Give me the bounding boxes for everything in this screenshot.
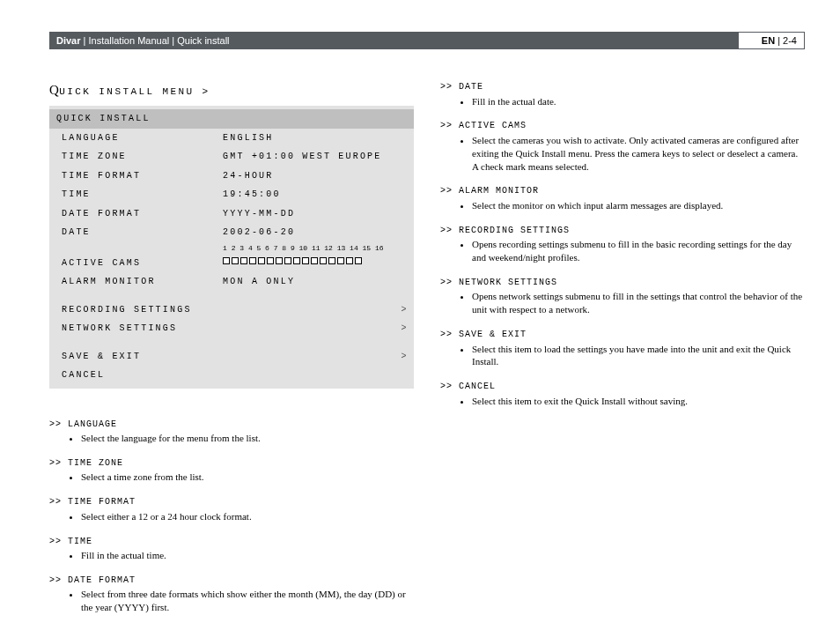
qi-row-active-cams: ACTIVE CAMS (49, 254, 414, 273)
left-column: QUICK INSTALL MENU > QUICK INSTALL LANGU… (49, 81, 414, 614)
qi-row-alarm-monitor: ALARM MONITOR MON A ONLY (49, 272, 414, 292)
qi-row-recording: RECORDING SETTINGS > (49, 300, 414, 320)
doc-item: >> DATE Fill in the actual date. (440, 81, 805, 107)
product-name: Divar (56, 35, 81, 46)
doc-item: >> NETWORK SETTINGS Opens network settin… (440, 277, 805, 316)
doc-item: >> RECORDING SETTINGS Opens recording se… (440, 225, 805, 264)
cam-box (355, 257, 362, 264)
qi-title: QUICK INSTALL (49, 109, 414, 129)
cam-box (337, 257, 344, 264)
section-title: QUICK INSTALL MENU > (49, 81, 414, 99)
quick-install-panel: QUICK INSTALL LANGUAGE ENGLISH TIME ZONE… (49, 106, 414, 388)
cam-box (232, 257, 239, 264)
cam-box (328, 257, 335, 264)
cam-box (293, 257, 300, 264)
qi-row-timeformat: TIME FORMAT 24-HOUR (49, 167, 414, 186)
cam-box (311, 257, 318, 264)
cam-box (346, 257, 353, 264)
qi-row-language: LANGUAGE ENGLISH (49, 129, 414, 148)
cam-box (276, 257, 283, 264)
cam-box (249, 257, 256, 264)
qi-row-dateformat: DATE FORMAT YYYY-MM-DD (49, 204, 414, 224)
cam-box (223, 257, 230, 264)
doc-item: >> SAVE & EXIT Select this item to load … (440, 329, 805, 368)
doc-item: >> CANCEL Select this item to exit the Q… (440, 381, 805, 407)
doc-item: >> TIME Fill in the actual time. (49, 536, 414, 562)
cam-box (284, 257, 291, 264)
cam-box (240, 257, 247, 264)
qi-row-network: NETWORK SETTINGS > (49, 319, 414, 338)
right-column: >> DATE Fill in the actual date. >> ACTI… (440, 81, 805, 614)
cam-box (258, 257, 265, 264)
qi-cam-numbers: 1 2 3 4 5 6 7 8 9 10 11 12 13 14 15 16 (49, 242, 414, 254)
doc-item: >> LANGUAGE Select the language for the … (49, 419, 414, 445)
doc-item: >> ACTIVE CAMS Select the cameras you wi… (440, 120, 805, 173)
qi-row-date: DATE 2002-06-20 (49, 223, 414, 242)
doc-item: >> DATE FORMAT Select from three date fo… (49, 574, 414, 614)
qi-row-save: SAVE & EXIT > (49, 347, 414, 367)
doc-item: >> TIME ZONE Select a time zone from the… (49, 457, 414, 484)
qi-row-timezone: TIME ZONE GMT +01:00 WEST EUROPE (49, 147, 414, 167)
cam-box (302, 257, 309, 264)
cam-box (267, 257, 274, 264)
doc-item: >> TIME FORMAT Select either a 12 or a 2… (49, 496, 414, 523)
page-header: Divar | Installation Manual | Quick inst… (49, 32, 805, 49)
doc-item: >> ALARM MONITOR Select the monitor on w… (440, 185, 805, 211)
header-right: EN | 2-4 (739, 32, 805, 49)
cam-checkboxes (223, 257, 407, 264)
header-left: Divar | Installation Manual | Quick inst… (49, 32, 739, 49)
qi-row-time: TIME 19:45:00 (49, 185, 414, 204)
cam-box (320, 257, 327, 264)
qi-row-cancel: CANCEL (49, 366, 414, 385)
